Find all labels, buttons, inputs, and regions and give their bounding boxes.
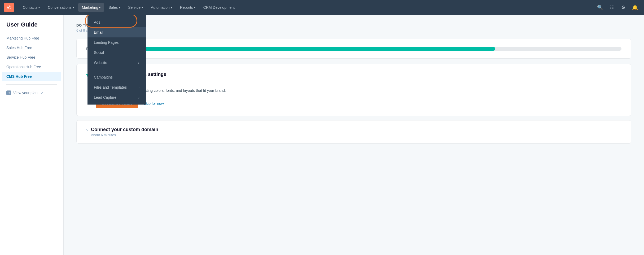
dropdown-lead-capture[interactable]: Lead Capture › [87,92,146,102]
progress-card: Progress: 75% [76,39,631,59]
svg-point-2 [9,7,11,9]
task-expand-icon-collapsed[interactable]: › [86,127,88,133]
sidebar-item-cms-hub[interactable]: CMS Hub Free [2,72,61,81]
task-customize-theme: ▾ Customize your theme's settings About … [76,64,631,116]
sidebar-item-marketing-hub[interactable]: Marketing Hub Free [0,33,63,43]
nav-service[interactable]: Service ▾ [124,3,147,12]
search-icon[interactable]: 🔍 [595,3,605,12]
nav-marketing[interactable]: Marketing ▾ [78,3,104,12]
dropdown-ads[interactable]: Ads [87,17,146,27]
nav-automation[interactable]: Automation ▾ [147,3,176,12]
main-content: DO THESE TASKS TO GET STARTED 6 of 8 com… [64,15,644,255]
section-subtitle: 6 of 8 complete (About 16 minutes total … [76,28,631,32]
dropdown-website[interactable]: Website › [87,58,146,68]
nav-sales[interactable]: Sales ▾ [105,3,124,12]
nav-right-icons: 🔍 ☷ ⚙ 🔔 [595,3,640,12]
sidebar-item-operations-hub[interactable]: Operations Hub Free [0,62,63,72]
marketing-dropdown-menu: Ads Email Landing Pages Social Website ›… [87,15,146,105]
external-link-icon: ↗ [41,91,43,95]
chevron-down-icon: ▾ [99,6,100,9]
nav-reports[interactable]: Reports ▾ [176,3,199,12]
task-description: Set your theme's style by selecting colo… [96,88,621,93]
dropdown-files-templates[interactable]: Files and Templates › [87,82,146,92]
dropdown-email[interactable]: Email [87,27,146,37]
sidebar-divider [6,84,57,85]
nav-crm-development[interactable]: CRM Development [200,3,238,12]
nav-conversations[interactable]: Conversations ▾ [44,3,78,12]
task-actions: Customize theme Skip for now [96,99,621,108]
nav-items: Contacts ▾ Conversations ▾ Marketing ▾ S… [19,3,595,12]
dropdown-divider [87,70,146,70]
chevron-down-icon: ▾ [38,6,40,9]
task-time-collapsed: About 6 minutes [91,133,158,137]
task-title-collapsed: Connect your custom domain [91,127,158,132]
chevron-down-icon: ▾ [73,6,74,9]
chevron-right-icon: › [138,95,139,100]
top-navigation: Contacts ▾ Conversations ▾ Marketing ▾ S… [0,0,644,15]
chevron-down-icon: ▾ [142,6,143,9]
bell-icon[interactable]: 🔔 [630,3,640,12]
task-connect-domain: › Connect your custom domain About 6 min… [76,120,631,144]
progress-bar-background [116,47,621,51]
chevron-down-icon: ▾ [194,6,195,9]
sidebar-view-plan[interactable]: ⬡ View your plan ↗ [0,88,63,98]
chevron-right-icon: › [138,85,139,89]
dropdown-campaigns[interactable]: Campaigns [87,72,146,82]
sidebar: User Guide Marketing Hub Free Sales Hub … [0,15,64,255]
task-time: About 10 minutes [96,80,621,84]
dropdown-social[interactable]: Social [87,47,146,58]
section-title: DO THESE TASKS TO GET STARTED [76,23,631,27]
sidebar-title: User Guide [0,21,63,33]
sidebar-item-sales-hub[interactable]: Sales Hub Free [0,43,63,53]
nav-contacts[interactable]: Contacts ▾ [19,3,43,12]
skip-for-now-button[interactable]: Skip for now [143,101,164,106]
settings-icon[interactable]: ⚙ [619,3,628,12]
chevron-right-icon: › [138,60,139,65]
section-header: DO THESE TASKS TO GET STARTED 6 of 8 com… [76,23,631,32]
hubspot-logo[interactable] [4,3,14,12]
sidebar-item-service-hub[interactable]: Service Hub Free [0,53,63,62]
progress-bar-fill [116,47,495,51]
marketplace-icon[interactable]: ☷ [607,3,616,12]
chevron-down-icon: ▾ [171,6,172,9]
dropdown-landing-pages[interactable]: Landing Pages [87,37,146,47]
chevron-down-icon: ▾ [119,6,120,9]
plan-icon: ⬡ [6,90,11,95]
